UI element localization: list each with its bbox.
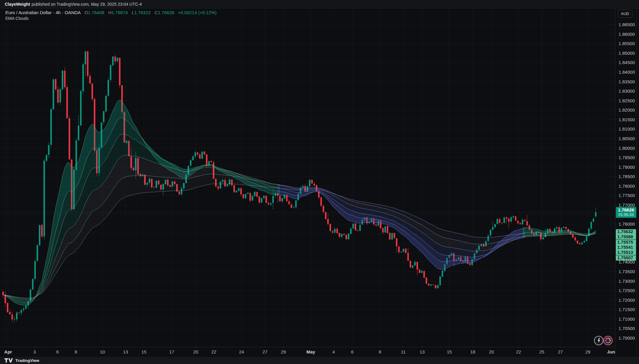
chart-pane[interactable]	[0, 0, 639, 357]
time-label: 11	[401, 349, 406, 354]
price-tick: 1.70000	[619, 336, 635, 341]
time-label: 6	[351, 349, 354, 354]
mood-burst-icon[interactable]	[604, 336, 613, 345]
bar-countdown: 01:55:33	[616, 212, 636, 217]
ema-value-label: 1.75632	[616, 229, 636, 234]
price-tick: 1.71500	[619, 307, 635, 312]
price-tick: 1.80500	[619, 136, 635, 141]
price-tick: 1.78500	[619, 174, 635, 179]
time-label: 13	[420, 349, 425, 354]
time-label: 22	[516, 349, 521, 354]
price-tick: 1.82000	[619, 108, 635, 113]
time-label: 22	[211, 349, 217, 354]
time-axis[interactable]: Apr368101315172022242729May4681113151820…	[0, 347, 615, 357]
time-label: 13	[123, 349, 128, 354]
change-value: +0.00214 (+0.12%)	[178, 10, 217, 15]
ema-value-label: 1.75575	[616, 240, 636, 245]
time-label: 20	[489, 349, 494, 354]
price-axis[interactable]: AUD 1.865001.860001.855001.850001.845001…	[615, 8, 639, 357]
lightning-icon[interactable]	[594, 336, 603, 345]
price-tick: 1.78000	[619, 184, 635, 189]
price-tick: 1.81000	[619, 127, 635, 131]
price-tick: 1.76000	[619, 222, 635, 227]
price-tick: 1.86500	[619, 22, 635, 27]
time-label: 17	[169, 349, 174, 354]
time-label: Jun	[607, 349, 615, 354]
time-label: 25	[539, 349, 544, 354]
time-label: 8	[75, 349, 77, 354]
price-tick: 1.83500	[619, 79, 635, 84]
low-value: 1.76322	[134, 10, 151, 15]
price-tick: 1.83000	[619, 89, 635, 94]
price-tick: 1.72000	[619, 298, 635, 303]
close-value: 1.76626	[158, 10, 174, 15]
time-label: 27	[558, 349, 563, 354]
price-tick: 1.72500	[619, 288, 635, 293]
ema-value-label: 1.75513	[616, 250, 636, 255]
price-tick: 1.71000	[619, 317, 635, 322]
price-tick: 1.73500	[619, 269, 635, 274]
tradingview-logo-icon[interactable]	[4, 358, 13, 363]
time-label: 8	[379, 349, 381, 354]
price-tick: 1.85500	[619, 41, 635, 46]
time-label: 27	[263, 349, 268, 354]
time-label: 29	[281, 349, 286, 354]
price-tick: 1.86000	[619, 32, 635, 37]
price-tick: 1.73000	[619, 279, 635, 284]
publisher-bar: ClayeWeight published on TradingView.com…	[0, 0, 639, 8]
reaction-buttons	[592, 334, 614, 348]
low-label: L	[132, 10, 134, 15]
currency-button[interactable]: AUD	[618, 10, 632, 18]
time-label: 24	[239, 349, 244, 354]
current-price-label[interactable]: 1.76626 01:55:33	[616, 207, 636, 218]
symbol-title[interactable]: Euro / Australian Dollar · 4h · OANDA	[5, 10, 80, 15]
time-label: 29	[585, 349, 591, 354]
price-tick: 1.81500	[619, 117, 635, 122]
time-label: 10	[100, 349, 105, 354]
price-tick: 1.70500	[619, 326, 635, 331]
ema-value-label: 1.75541	[616, 245, 636, 250]
time-label: Apr	[4, 349, 12, 354]
time-label: 4	[332, 349, 335, 354]
brand-name[interactable]: TradingView	[15, 358, 39, 363]
footer-bar: TradingView	[0, 357, 639, 364]
time-label: 20	[193, 349, 198, 354]
time-label: 15	[142, 349, 147, 354]
price-tick: 1.79000	[619, 165, 635, 170]
open-value: 1.76408	[88, 10, 104, 15]
high-label: H	[108, 10, 112, 15]
publisher-text: published on TradingView.com, May 29, 20…	[32, 2, 142, 7]
price-tick: 1.74000	[619, 260, 635, 264]
price-tick: 1.85000	[619, 51, 635, 56]
time-label: 6	[56, 349, 59, 354]
time-label: 18	[470, 349, 475, 354]
symbol-header[interactable]: Euro / Australian Dollar · 4h · OANDA O1…	[5, 10, 217, 15]
time-label: May	[306, 349, 315, 354]
price-tick: 1.82500	[619, 98, 635, 103]
indicator-label[interactable]: EMA Clouds	[5, 16, 29, 21]
price-tick: 1.79500	[619, 155, 635, 160]
price-tick: 1.77500	[619, 193, 635, 198]
ema-value-label: 1.75588	[616, 234, 636, 239]
time-label: 3	[33, 349, 36, 354]
high-value: 1.76874	[111, 10, 128, 15]
time-label: 15	[447, 349, 452, 354]
publisher-author: ClayeWeight	[5, 2, 30, 7]
price-tick: 1.80000	[619, 146, 635, 151]
ema-value-label: 1.75507	[616, 255, 636, 261]
price-tick: 1.84500	[619, 60, 635, 65]
current-price-value: 1.76626	[616, 208, 636, 212]
open-label: O	[84, 10, 88, 15]
close-label: C	[155, 10, 158, 15]
snapshot-right-border	[636, 8, 637, 357]
price-tick: 1.84000	[619, 70, 635, 75]
